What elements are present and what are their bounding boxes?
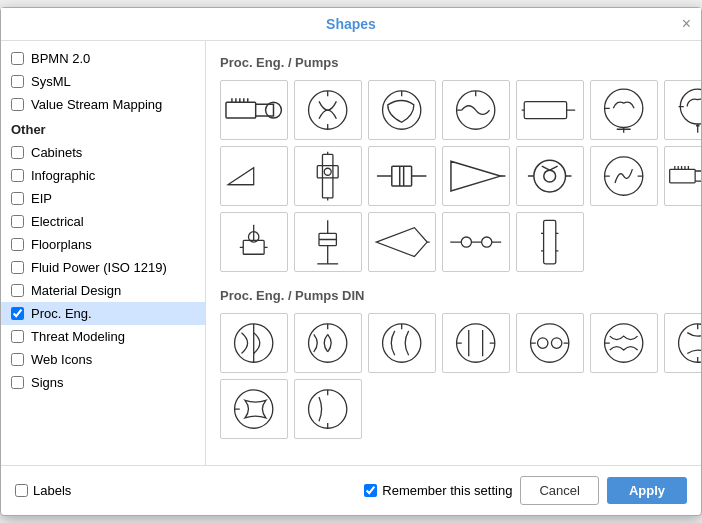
sidebar-label-floorplans: Floorplans [31, 237, 92, 252]
dialog-footer: Labels Remember this setting Cancel Appl… [1, 465, 701, 515]
content-panel: Proc. Eng. / Pumps [206, 41, 701, 465]
svg-point-85 [679, 324, 701, 362]
svg-point-58 [462, 237, 472, 247]
svg-point-36 [544, 170, 556, 182]
sidebar-label-threat-modeling: Threat Modeling [31, 329, 125, 344]
sidebar-label-sysml: SysML [31, 74, 71, 89]
remember-label: Remember this setting [382, 483, 512, 498]
shape-cell [590, 146, 658, 206]
footer-left: Labels [15, 483, 71, 498]
svg-point-78 [531, 324, 569, 362]
svg-line-39 [542, 166, 550, 170]
shape-cell [664, 146, 701, 206]
shape-cell [516, 80, 584, 140]
remember-checkbox[interactable] [364, 484, 377, 497]
sidebar-label-proc-eng: Proc. Eng. [31, 306, 92, 321]
shape-din-cell [442, 313, 510, 373]
checkbox-web-icons[interactable] [11, 353, 24, 366]
checkbox-eip[interactable] [11, 192, 24, 205]
svg-rect-44 [670, 169, 695, 183]
svg-point-73 [457, 324, 495, 362]
svg-point-79 [538, 338, 548, 348]
svg-marker-21 [229, 168, 254, 185]
sidebar: BPMN 2.0 SysML Value Stream Mapping Othe… [1, 41, 206, 465]
shape-cell [442, 212, 510, 272]
svg-point-25 [325, 168, 332, 175]
checkbox-proc-eng[interactable] [11, 307, 24, 320]
section2-title: Proc. Eng. / Pumps DIN [220, 288, 687, 303]
svg-rect-10 [525, 102, 567, 119]
remember-checkbox-container: Remember this setting [364, 483, 512, 498]
sidebar-label-electrical: Electrical [31, 214, 84, 229]
sidebar-label-bpmn: BPMN 2.0 [31, 51, 90, 66]
sidebar-label-cabinets: Cabinets [31, 145, 82, 160]
shape-din-cell [516, 313, 584, 373]
checkbox-electrical[interactable] [11, 215, 24, 228]
sidebar-item-eip[interactable]: EIP [1, 187, 205, 210]
shape-cell [442, 80, 510, 140]
shape-cell [590, 80, 658, 140]
sidebar-item-material-design[interactable]: Material Design [1, 279, 205, 302]
svg-point-83 [605, 324, 643, 362]
checkbox-sysml[interactable] [11, 75, 24, 88]
shape-cell [220, 80, 288, 140]
sidebar-label-vsm: Value Stream Mapping [31, 97, 162, 112]
svg-marker-33 [451, 161, 500, 191]
shape-din-cell [294, 379, 362, 439]
sidebar-item-web-icons[interactable]: Web Icons [1, 348, 205, 371]
sidebar-label-material-design: Material Design [31, 283, 121, 298]
sidebar-label-eip: EIP [31, 191, 52, 206]
checkbox-material-design[interactable] [11, 284, 24, 297]
checkbox-signs[interactable] [11, 376, 24, 389]
svg-rect-23 [323, 154, 333, 197]
shape-cell [294, 146, 362, 206]
labels-checkbox-container: Labels [15, 483, 71, 498]
svg-point-88 [235, 390, 273, 428]
apply-button[interactable]: Apply [607, 477, 687, 504]
checkbox-threat-modeling[interactable] [11, 330, 24, 343]
shape-cell [516, 212, 584, 272]
close-button[interactable]: × [682, 16, 691, 32]
other-header: Other [1, 116, 205, 141]
pumps-grid [220, 80, 687, 272]
checkbox-floorplans[interactable] [11, 238, 24, 251]
svg-point-90 [309, 390, 347, 428]
checkbox-bpmn[interactable] [11, 52, 24, 65]
shape-din-cell [590, 313, 658, 373]
sidebar-item-sysml[interactable]: SysML [1, 70, 205, 93]
svg-rect-29 [392, 166, 412, 186]
shape-din-cell [220, 313, 288, 373]
shape-cell [220, 212, 288, 272]
labels-checkbox[interactable] [15, 484, 28, 497]
checkbox-infographic[interactable] [11, 169, 24, 182]
shape-cell [368, 80, 436, 140]
shapes-dialog: Shapes × BPMN 2.0 SysML Value Stream Map… [0, 7, 702, 516]
sidebar-item-vsm[interactable]: Value Stream Mapping [1, 93, 205, 116]
shape-cell [220, 146, 288, 206]
sidebar-item-electrical[interactable]: Electrical [1, 210, 205, 233]
svg-rect-0 [226, 102, 256, 118]
labels-label: Labels [33, 483, 71, 498]
section1-title: Proc. Eng. / Pumps [220, 55, 687, 70]
sidebar-item-signs[interactable]: Signs [1, 371, 205, 394]
sidebar-item-proc-eng[interactable]: Proc. Eng. [1, 302, 205, 325]
checkbox-vsm[interactable] [11, 98, 24, 111]
sidebar-item-fluid-power[interactable]: Fluid Power (ISO 1219) [1, 256, 205, 279]
sidebar-item-infographic[interactable]: Infographic [1, 164, 205, 187]
checkbox-fluid-power[interactable] [11, 261, 24, 274]
sidebar-item-floorplans[interactable]: Floorplans [1, 233, 205, 256]
svg-marker-55 [377, 228, 428, 257]
title-bar: Shapes × [1, 8, 701, 41]
cancel-button[interactable]: Cancel [520, 476, 598, 505]
sidebar-item-threat-modeling[interactable]: Threat Modeling [1, 325, 205, 348]
sidebar-label-fluid-power: Fluid Power (ISO 1219) [31, 260, 167, 275]
shape-cell [516, 146, 584, 206]
dialog-title: Shapes [326, 16, 376, 32]
svg-rect-24 [318, 166, 339, 178]
sidebar-item-bpmn[interactable]: BPMN 2.0 [1, 47, 205, 70]
checkbox-cabinets[interactable] [11, 146, 24, 159]
svg-point-71 [383, 324, 421, 362]
sidebar-item-cabinets[interactable]: Cabinets [1, 141, 205, 164]
sidebar-label-web-icons: Web Icons [31, 352, 92, 367]
shape-din-cell [294, 313, 362, 373]
